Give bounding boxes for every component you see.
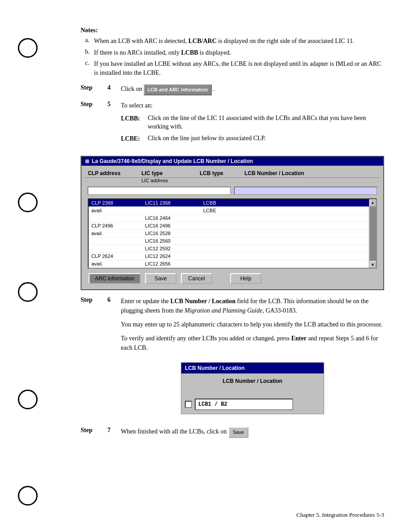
table-row[interactable]: CLP 2496 LIC16 2496 bbox=[89, 222, 369, 230]
table-row[interactable]: CLP 2624 LIC12 2624 bbox=[89, 253, 369, 260]
step4-row: Step 4 Click on LCB and ARC information … bbox=[81, 84, 384, 95]
cell-lcb bbox=[203, 261, 239, 266]
lcbb-term: LCBB: bbox=[121, 114, 148, 131]
lcb-number-label: LCB Number / Location bbox=[185, 377, 320, 385]
subheader-clp bbox=[88, 178, 141, 183]
cell-lcb bbox=[203, 223, 239, 228]
dialog-search-box-1[interactable] bbox=[88, 187, 231, 195]
step6-num: 6 bbox=[107, 296, 121, 304]
step6-para2: You may enter up to 25 alphanumeric char… bbox=[121, 320, 384, 329]
step6-para3: To verify and identify any other LCBs yo… bbox=[121, 334, 384, 352]
lcbe-item: LCBE: Click on the line just below its a… bbox=[121, 134, 384, 143]
subheader-lcb bbox=[200, 178, 244, 183]
page-footer: Chapter 5. Integration Procedures 5-3 bbox=[296, 511, 384, 519]
step7-content: When finished with all the LCBs, click o… bbox=[121, 427, 384, 438]
notes-section: Notes: a. When an LCB with ARC is detect… bbox=[81, 27, 384, 77]
cell-lcb bbox=[203, 238, 239, 244]
dialog-search-box-2[interactable] bbox=[234, 187, 377, 195]
col-header-location: LCB Number / Location bbox=[244, 170, 334, 176]
cell-location bbox=[239, 215, 320, 221]
cell-location bbox=[239, 261, 320, 266]
table-row[interactable]: CLP 2368 LIC11 2368 LCBB bbox=[89, 199, 369, 207]
cell-lcb bbox=[203, 253, 239, 259]
note-item-b: b. If there is no ARCs installed, only L… bbox=[81, 48, 384, 57]
circle-marker-2 bbox=[18, 193, 38, 212]
cell-clp: CLP 2368 bbox=[91, 200, 145, 206]
circle-marker-5 bbox=[18, 486, 38, 506]
table-row[interactable]: LIC12 2592 bbox=[89, 245, 369, 253]
save-button[interactable]: Save bbox=[145, 273, 176, 284]
scrollbar[interactable]: ▲ ▼ bbox=[369, 199, 376, 268]
col-header-clp: CLP address bbox=[88, 170, 141, 176]
cell-location bbox=[239, 200, 320, 206]
step7-row: Step 7 When finished with all the LCBs, … bbox=[81, 427, 384, 438]
table-row[interactable]: LIC16 2464 bbox=[89, 215, 369, 222]
dialog-list-rows: CLP 2368 LIC11 2368 LCBB avail. LCBE bbox=[89, 199, 369, 268]
lcbb-item: LCBB: Click on the line of the LIC 11 as… bbox=[121, 114, 384, 131]
cell-clp: CLP 2496 bbox=[91, 223, 145, 228]
step7-save-btn[interactable]: Save bbox=[228, 427, 248, 438]
dialog-list-container: CLP 2368 LIC11 2368 LCBB avail. LCBE bbox=[88, 198, 377, 269]
cell-location bbox=[239, 223, 320, 228]
cell-lic: LIC16 2560 bbox=[145, 238, 203, 244]
cell-location bbox=[239, 208, 320, 213]
note-item-c: c. If you have installed an LCBE without… bbox=[81, 60, 384, 77]
lcb-box-wrapper: LCB Number / Location LCB Number / Locat… bbox=[121, 357, 384, 420]
cell-location bbox=[239, 231, 320, 236]
dialog-search-row bbox=[85, 185, 380, 197]
note-item-a: a. When an LCB with ARC is detected, LCB… bbox=[81, 37, 384, 46]
notes-title: Notes: bbox=[81, 27, 384, 34]
table-row[interactable]: avail. LIC16 2528 bbox=[89, 230, 369, 237]
step4-num: 4 bbox=[107, 84, 121, 91]
step4-label: Step bbox=[81, 84, 107, 91]
subheader-location bbox=[244, 178, 334, 183]
step4-btn[interactable]: LCB and ARC information bbox=[144, 84, 211, 95]
table-row[interactable]: avail. LCBE bbox=[89, 207, 369, 215]
step6-content: Enter or update the LCB Number / Locatio… bbox=[121, 296, 384, 420]
cell-clp: CLP 2624 bbox=[91, 253, 145, 259]
step4-content: Click on LCB and ARC information . bbox=[121, 84, 384, 95]
cell-clp bbox=[91, 246, 145, 251]
cell-clp: avail. bbox=[91, 261, 145, 266]
cell-clp: avail. bbox=[91, 231, 145, 236]
cell-lcb bbox=[203, 231, 239, 236]
cell-lic: LIC16 2528 bbox=[145, 231, 203, 236]
table-row[interactable]: avail. LIC12 2656 bbox=[89, 260, 369, 268]
cell-lic bbox=[145, 208, 203, 213]
cell-lic: LIC12 2592 bbox=[145, 246, 203, 251]
cell-clp: avail. bbox=[91, 208, 145, 213]
cell-lic: LIC16 2496 bbox=[145, 223, 203, 228]
arc-information-button[interactable]: ARC information bbox=[89, 273, 141, 284]
step5-row: Step 5 To select an: LCBB: Click on the … bbox=[81, 101, 384, 150]
cell-lic: LIC16 2464 bbox=[145, 215, 203, 221]
step7-label: Step bbox=[81, 427, 107, 434]
step5-content: To select an: LCBB: Click on the line of… bbox=[121, 101, 384, 146]
page: Notes: a. When an LCB with ARC is detect… bbox=[0, 0, 411, 532]
lcbe-desc: Click on the line just below its associa… bbox=[148, 134, 384, 143]
step7-text: When finished with all the LCBs, click o… bbox=[121, 429, 227, 435]
note-text-b: If there is no ARCs installed, only LCBB… bbox=[94, 48, 231, 57]
dialog-window: ⊞ La Gaude/3746-9x0/Display and Update L… bbox=[81, 156, 384, 290]
cancel-button[interactable]: Cancel bbox=[181, 273, 212, 284]
cell-lic: LIC12 2624 bbox=[145, 253, 203, 259]
note-label-b: b. bbox=[85, 48, 94, 57]
col-header-lic: LIC type bbox=[141, 170, 200, 176]
lcbb-desc: Click on the line of the LIC 11 associat… bbox=[148, 114, 384, 131]
help-button[interactable]: Help bbox=[230, 273, 261, 284]
cell-clp bbox=[91, 215, 145, 221]
cell-clp bbox=[91, 238, 145, 244]
dialog-table-subheader: LIC address bbox=[85, 178, 380, 185]
dialog-title: La Gaude/3746-9x0/Display and Update LCB… bbox=[92, 158, 253, 164]
scroll-up-arrow[interactable]: ▲ bbox=[370, 199, 376, 206]
lcb-number-title: LCB Number / Location bbox=[181, 363, 324, 373]
cell-lcb: LCBE bbox=[203, 208, 239, 213]
circle-marker-4 bbox=[18, 390, 38, 409]
table-row[interactable]: LIC16 2560 bbox=[89, 237, 369, 245]
scroll-thumb[interactable] bbox=[370, 206, 376, 261]
cell-lcb: LCBB bbox=[203, 200, 239, 206]
lcb-number-checkbox[interactable] bbox=[185, 401, 192, 408]
cell-location bbox=[239, 246, 320, 251]
scroll-down-arrow[interactable]: ▼ bbox=[370, 262, 376, 268]
lcb-number-input[interactable]: LCB1 / B2 bbox=[195, 399, 293, 410]
lcb-number-body: LCB Number / Location LCB1 / B2 bbox=[181, 373, 324, 414]
